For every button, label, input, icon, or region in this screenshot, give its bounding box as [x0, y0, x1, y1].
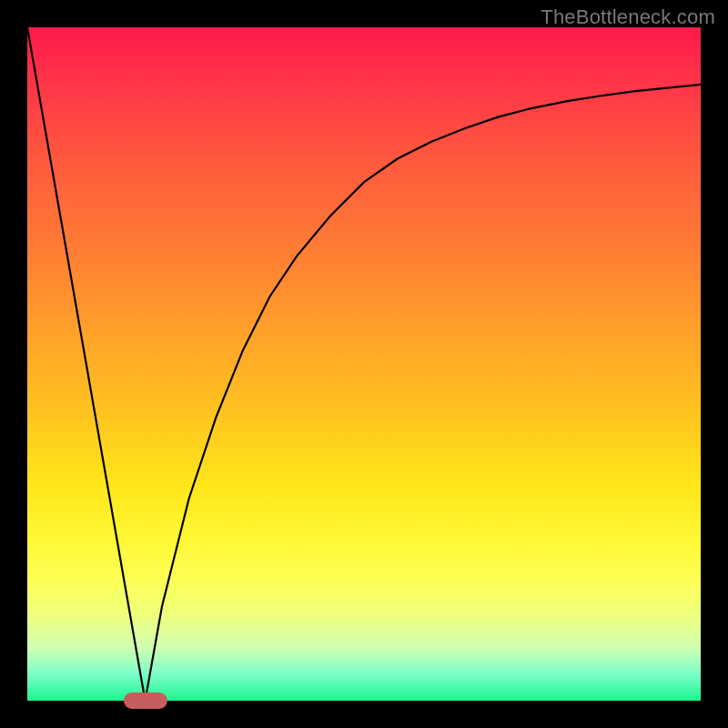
plot-area — [27, 27, 701, 701]
chart-frame: TheBottleneck.com — [0, 0, 728, 728]
curve-path — [27, 27, 701, 701]
minimum-marker — [123, 693, 167, 709]
watermark-text: TheBottleneck.com — [541, 5, 715, 29]
bottleneck-curve — [27, 27, 701, 701]
